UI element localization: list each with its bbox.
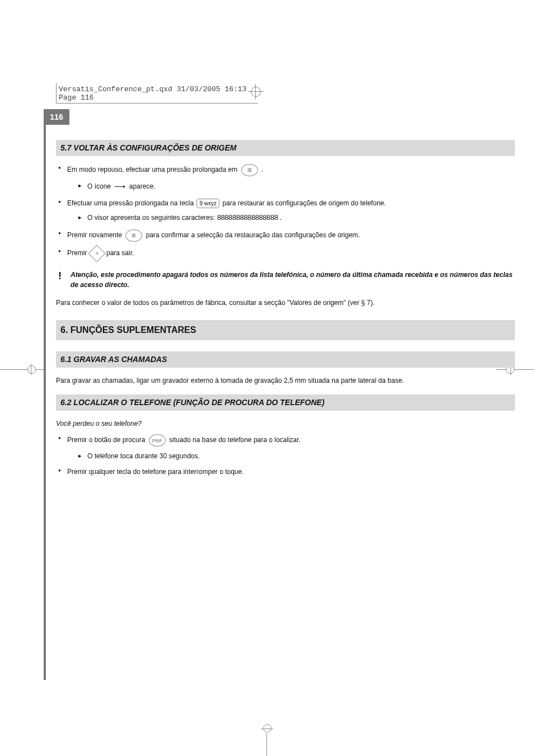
prog-key-icon bbox=[125, 229, 142, 242]
text: . bbox=[261, 166, 263, 173]
sub-item: O telefone toca durante 30 segundos. bbox=[67, 451, 515, 461]
text: Premir o botão de procura bbox=[67, 436, 147, 444]
sub-item: O visor apresenta os seguintes caractere… bbox=[67, 213, 515, 224]
text: Premir qualquer tecla do telefone para i… bbox=[67, 468, 244, 476]
section-6-2-title: 6.2 LOCALIZAR O TELEFONE (FUNÇÃO DE PROC… bbox=[56, 395, 515, 411]
sub-item: O ícone ⟶ aparece. bbox=[67, 181, 515, 192]
text: Premir novamente bbox=[67, 231, 124, 239]
crop-mark-left-icon bbox=[0, 369, 28, 370]
arrow-config-icon: ⟶ bbox=[114, 181, 125, 192]
text: Em modo repouso, efectuar uma pressão pr… bbox=[67, 166, 240, 173]
text: para confirmar a selecção da restauração… bbox=[146, 231, 360, 239]
warning-note: ! Atenção, este procedimento apagará tod… bbox=[56, 270, 515, 290]
exit-key-icon: ⎋ bbox=[88, 245, 105, 262]
list-item: Efectuar uma pressão prolongada na tecla… bbox=[56, 198, 515, 224]
list-item: Premir ⎋ para sair. bbox=[56, 247, 515, 260]
text: para restaurar as configurações de orige… bbox=[222, 199, 386, 207]
paragraph: Para gravar as chamadas, ligar um gravad… bbox=[56, 375, 515, 386]
section-5-7-title: 5.7 VOLTAR ÀS CONFIGURAÇÕES DE ORIGEM bbox=[56, 140, 515, 156]
section-6-1-title: 6.1 GRAVAR AS CHAMADAS bbox=[56, 351, 515, 368]
page-side-bar bbox=[44, 109, 46, 680]
crop-circle-left-icon bbox=[27, 365, 36, 374]
text: O ícone bbox=[87, 182, 113, 190]
key-9-icon: 9 wxyz bbox=[196, 199, 219, 208]
text: para sair. bbox=[106, 249, 134, 257]
text: O visor apresenta os seguintes caractere… bbox=[87, 214, 217, 222]
text: O telefone toca durante 30 segundos. bbox=[87, 452, 200, 460]
text: Efectuar uma pressão prolongada na tecla bbox=[67, 199, 195, 207]
list-item: Premir o botão de procura situado na bas… bbox=[56, 434, 515, 461]
segment-display-icon: 8888888888888888 bbox=[217, 214, 278, 222]
paragraph: Para conhecer o valor de todos os parâme… bbox=[56, 298, 515, 308]
text: situado na base do telefone para o local… bbox=[169, 436, 301, 444]
text: Premir bbox=[67, 249, 89, 257]
crop-mark-bottom-v-icon bbox=[266, 734, 267, 756]
question-text: Você perdeu o seu telefone? bbox=[56, 419, 515, 429]
text: . bbox=[280, 214, 282, 222]
qxd-header: Versatis_Conference_pt.qxd 31/03/2005 16… bbox=[56, 83, 258, 104]
page-number-tab: 116 bbox=[44, 109, 69, 125]
exclamation-icon: ! bbox=[58, 269, 62, 284]
crop-mark-right-icon bbox=[514, 369, 534, 370]
section-6-2-list: Premir o botão de procura situado na bas… bbox=[56, 434, 515, 477]
crop-circle-bottom-icon bbox=[263, 724, 271, 732]
list-item: Premir novamente para confirmar a selecç… bbox=[56, 229, 515, 242]
text: aparece. bbox=[129, 182, 156, 190]
list-item: Premir qualquer tecla do telefone para i… bbox=[56, 467, 515, 477]
crop-mark-left2-icon bbox=[36, 369, 46, 370]
page-button-icon bbox=[149, 434, 166, 447]
prog-key-icon bbox=[241, 164, 258, 176]
warning-text: Atenção, este procedimento apagará todos… bbox=[71, 271, 513, 289]
chapter-6-title: 6. FUNÇÕES SUPLEMENTARES bbox=[56, 320, 515, 340]
document-page: Versatis_Conference_pt.qxd 31/03/2005 16… bbox=[0, 0, 534, 756]
registration-mark-top-icon bbox=[251, 87, 261, 97]
section-5-7-list: Em modo repouso, efectuar uma pressão pr… bbox=[56, 164, 515, 260]
page-content: 5.7 VOLTAR ÀS CONFIGURAÇÕES DE ORIGEM Em… bbox=[56, 140, 515, 482]
list-item: Em modo repouso, efectuar uma pressão pr… bbox=[56, 164, 515, 192]
